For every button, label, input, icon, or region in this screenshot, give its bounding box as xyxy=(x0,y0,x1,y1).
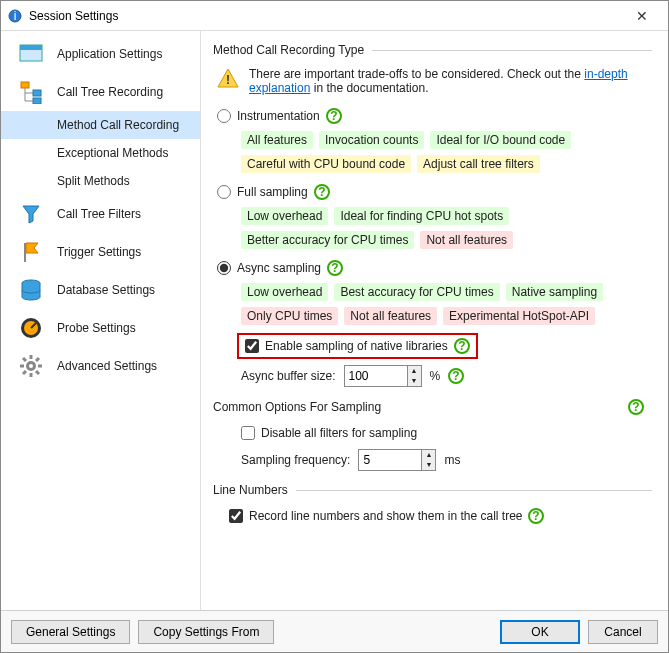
svg-text:?: ? xyxy=(331,261,338,275)
instrumentation-radio[interactable] xyxy=(217,109,231,123)
help-icon[interactable]: ? xyxy=(314,184,330,200)
feature-tag: Better accuracy for CPU times xyxy=(241,231,414,249)
svg-line-17 xyxy=(36,371,39,374)
checkbox-label: Disable all filters for sampling xyxy=(261,426,417,440)
feature-tag: Only CPU times xyxy=(241,307,338,325)
sidebar-item-label: Probe Settings xyxy=(57,321,136,335)
flag-icon xyxy=(17,238,45,266)
sidebar-item-label: Exceptional Methods xyxy=(57,146,168,160)
sidebar-item-label: Split Methods xyxy=(57,174,130,188)
help-icon[interactable]: ? xyxy=(448,368,464,384)
window-icon xyxy=(17,40,45,68)
sidebar-item-advanced-settings[interactable]: Advanced Settings xyxy=(1,347,200,385)
sidebar-item-database-settings[interactable]: Database Settings xyxy=(1,271,200,309)
sidebar-item-label: Application Settings xyxy=(57,47,162,61)
buffer-size-input[interactable] xyxy=(344,365,408,387)
sampling-freq-input[interactable] xyxy=(358,449,422,471)
window-title: Session Settings xyxy=(29,9,622,23)
help-icon[interactable]: ? xyxy=(327,260,343,276)
feature-tag: Low overhead xyxy=(241,207,328,225)
filter-icon xyxy=(17,200,45,228)
database-icon xyxy=(17,276,45,304)
feature-tag: Native sampling xyxy=(506,283,603,301)
sidebar-item-label: Call Tree Recording xyxy=(57,85,163,99)
sidebar-item-label: Method Call Recording xyxy=(57,118,179,132)
sidebar-item-call-tree-recording[interactable]: Call Tree Recording xyxy=(1,73,200,111)
feature-tag: Low overhead xyxy=(241,283,328,301)
svg-line-19 xyxy=(36,358,39,361)
help-icon[interactable]: ? xyxy=(454,338,470,354)
checkbox-label: Record line numbers and show them in the… xyxy=(249,509,522,523)
highlight-frame: Enable sampling of native libraries ? xyxy=(237,333,478,359)
sidebar-item-call-tree-filters[interactable]: Call Tree Filters xyxy=(1,195,200,233)
sidebar: Application Settings Call Tree Recording… xyxy=(1,31,201,610)
disable-filters-checkbox[interactable] xyxy=(241,426,255,440)
svg-text:!: ! xyxy=(226,73,230,87)
feature-tag: Adjust call tree filters xyxy=(417,155,540,173)
content-pane: Method Call Recording Type ! There are i… xyxy=(201,31,668,610)
svg-text:?: ? xyxy=(330,109,337,123)
svg-text:?: ? xyxy=(632,400,639,414)
instrumentation-tags: All featuresInvocation countsIdeal for I… xyxy=(213,127,652,181)
section-legend: Line Numbers xyxy=(213,483,296,497)
sidebar-item-label: Advanced Settings xyxy=(57,359,157,373)
async-sampling-tags: Low overheadBest accuracy for CPU timesN… xyxy=(213,279,652,333)
section-legend: Common Options For Sampling xyxy=(213,400,381,414)
svg-text:?: ? xyxy=(533,509,540,523)
help-icon[interactable]: ? xyxy=(528,508,544,524)
unit-label: % xyxy=(430,369,441,383)
sampling-freq-label: Sampling frequency: xyxy=(241,453,350,467)
spinner[interactable]: ▲▼ xyxy=(422,449,436,471)
feature-tag: Invocation counts xyxy=(319,131,424,149)
line-numbers-checkbox[interactable] xyxy=(229,509,243,523)
sidebar-item-label: Database Settings xyxy=(57,283,155,297)
sidebar-item-split-methods[interactable]: Split Methods xyxy=(1,167,200,195)
checkbox-label: Enable sampling of native libraries xyxy=(265,339,448,353)
help-icon[interactable]: ? xyxy=(326,108,342,124)
sidebar-item-probe-settings[interactable]: Probe Settings xyxy=(1,309,200,347)
feature-tag: Ideal for finding CPU hot spots xyxy=(334,207,509,225)
tree-icon xyxy=(17,78,45,106)
svg-line-18 xyxy=(23,371,26,374)
sidebar-item-label: Call Tree Filters xyxy=(57,207,141,221)
copy-settings-button[interactable]: Copy Settings From xyxy=(138,620,274,644)
feature-tag: All features xyxy=(241,131,313,149)
section-legend: Method Call Recording Type xyxy=(213,43,372,57)
feature-tag: Experimental HotSpot-API xyxy=(443,307,595,325)
unit-label: ms xyxy=(444,453,460,467)
svg-text:?: ? xyxy=(318,185,325,199)
svg-rect-4 xyxy=(21,82,29,88)
svg-point-20 xyxy=(29,364,33,368)
buffer-size-label: Async buffer size: xyxy=(241,369,336,383)
radio-label: Instrumentation xyxy=(237,109,320,123)
sidebar-item-exceptional-methods[interactable]: Exceptional Methods xyxy=(1,139,200,167)
svg-rect-5 xyxy=(33,90,41,96)
warning-text: There are important trade-offs to be con… xyxy=(249,67,648,95)
close-button[interactable]: ✕ xyxy=(622,8,662,24)
sidebar-item-application-settings[interactable]: Application Settings xyxy=(1,35,200,73)
native-libraries-checkbox[interactable] xyxy=(245,339,259,353)
async-sampling-radio[interactable] xyxy=(217,261,231,275)
svg-rect-3 xyxy=(20,45,42,50)
cancel-button[interactable]: Cancel xyxy=(588,620,658,644)
svg-line-16 xyxy=(23,358,26,361)
gauge-icon xyxy=(17,314,45,342)
feature-tag: Ideal for I/O bound code xyxy=(430,131,571,149)
full-sampling-tags: Low overheadIdeal for finding CPU hot sp… xyxy=(213,203,652,257)
radio-label: Full sampling xyxy=(237,185,308,199)
general-settings-button[interactable]: General Settings xyxy=(11,620,130,644)
radio-label: Async sampling xyxy=(237,261,321,275)
svg-text:i: i xyxy=(14,9,17,23)
warning-icon: ! xyxy=(217,67,239,89)
sidebar-item-trigger-settings[interactable]: Trigger Settings xyxy=(1,233,200,271)
sidebar-item-label: Trigger Settings xyxy=(57,245,141,259)
ok-button[interactable]: OK xyxy=(500,620,580,644)
feature-tag: Careful with CPU bound code xyxy=(241,155,411,173)
gear-icon xyxy=(17,352,45,380)
spinner[interactable]: ▲▼ xyxy=(408,365,422,387)
sidebar-item-method-call-recording[interactable]: Method Call Recording xyxy=(1,111,200,139)
full-sampling-radio[interactable] xyxy=(217,185,231,199)
help-icon[interactable]: ? xyxy=(628,399,644,415)
svg-rect-6 xyxy=(33,98,41,104)
feature-tag: Best accuracy for CPU times xyxy=(334,283,499,301)
